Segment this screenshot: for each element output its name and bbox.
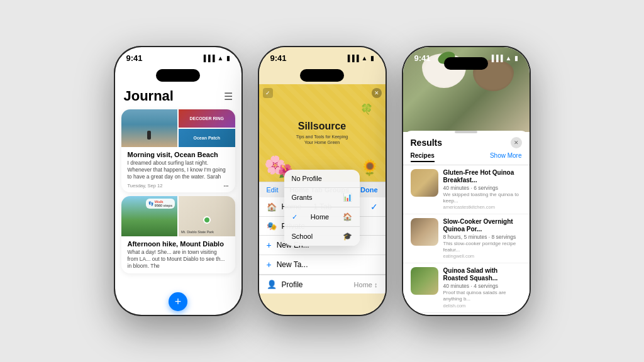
home-tab-check: ✓ — [370, 202, 378, 212]
recipe-thumb-1 — [411, 169, 438, 197]
show-more-link[interactable]: Show More — [490, 152, 522, 162]
journal-card-title-2: Afternoon hike, Mount Diablo — [128, 240, 229, 248]
no-profile-label: No Profile — [292, 175, 322, 182]
results-panel: Results ✕ Recipes Show More Gluten-Free … — [403, 131, 530, 315]
signal-icon-2: ▐▐▐ — [345, 55, 358, 62]
tab-group-new-2[interactable]: + New Ta... — [259, 255, 386, 275]
recipe-source-1: americastestkitchen.com — [443, 204, 522, 210]
journal-menu-icon[interactable]: ☰ — [224, 90, 233, 102]
journal-img-ocean: Ocean Patch — [179, 129, 235, 147]
recipe-thumb-3 — [411, 267, 438, 295]
status-time-2: 9:41 — [270, 53, 287, 63]
journal-card-text-1: I dreamed about surfing last night. When… — [128, 160, 229, 180]
home-dropdown-icon: 🏠 — [343, 212, 352, 221]
recipe-source-2: eatingwell.com — [443, 253, 522, 259]
status-icons-2: ▐▐▐ ▲ ▮ — [345, 55, 374, 62]
results-close-button[interactable]: ✕ — [511, 137, 522, 148]
school-label: School — [292, 233, 313, 240]
grants-label: Grants — [292, 194, 313, 201]
dynamic-island-1 — [156, 69, 200, 82]
phone-safari: 9:41 ▐▐▐ ▲ ▮ ✓ ✕ 🌸 🌺 🌻 🍀 Sillsource Tip — [258, 46, 387, 316]
journal-card-body-1: Morning visit, Ocean Beach I dreamed abo… — [121, 147, 235, 192]
dynamic-island-2 — [300, 69, 344, 82]
profile-value: Home ↕ — [354, 281, 378, 288]
recipe-item-3[interactable]: Quinoa Salad with Roasted Squash... 40 m… — [403, 263, 530, 312]
journal-card-2[interactable]: 👣 Walk 9560 steps Mt. Diablo State Park — [121, 196, 235, 273]
battery-icon-3: ▮ — [514, 55, 518, 62]
recipe-meta-1: 40 minutes · 6 servings — [443, 185, 522, 191]
journal-screen: 9:41 ▐▐▐ ▲ ▮ Journal ☰ — [115, 47, 242, 315]
wifi-icon-2: ▲ — [362, 55, 368, 62]
phone-recipes: 9:41 ▐▐▐ ▲ ▮ Results ✕ — [402, 46, 531, 316]
profile-icon: 👤 — [267, 280, 277, 289]
walk-badge: 👣 Walk 9560 steps — [146, 199, 175, 209]
journal-card-images-2: 👣 Walk 9560 steps Mt. Diablo State Park — [121, 196, 235, 236]
close-icon: ✕ — [514, 140, 519, 146]
battery-icon-2: ▮ — [370, 55, 374, 62]
dropdown-school[interactable]: School 🎓 — [284, 227, 360, 246]
journal-header: Journal ☰ — [115, 84, 242, 107]
recipe-desc-3: Proof that quinoa salads are anything b.… — [443, 290, 522, 302]
safari-book-cover: ✓ ✕ 🌸 🌺 🌻 🍀 Sillsource Tips and Tools fo… — [259, 84, 386, 182]
journal-img-grid: DECODER RING Ocean Patch — [179, 109, 235, 147]
profile-row[interactable]: 👤 Profile Home ↕ — [259, 275, 386, 293]
recipe-source-3: delish.com — [443, 303, 522, 309]
recipe-name-2: Slow-Cooker Overnight Quinoa Por... — [443, 218, 522, 233]
results-header: Results ✕ — [403, 136, 530, 151]
battery-icon: ▮ — [226, 55, 230, 62]
walk-steps: 9560 steps — [155, 204, 172, 207]
recipe-item-1[interactable]: Gluten-Free Hot Quinoa Breakfast... 40 m… — [403, 165, 530, 214]
recipe-name-3: Quinoa Salad with Roasted Squash... — [443, 267, 522, 282]
journal-card-title-1: Morning visit, Ocean Beach — [128, 151, 229, 158]
journal-img-hike: 👣 Walk 9560 steps — [121, 196, 178, 236]
profile-dropdown: No Profile Grants 📊 ✓ Home 🏠 School 🎓 — [284, 170, 360, 246]
journal-card-images-1: DECODER RING Ocean Patch — [121, 109, 235, 147]
status-time-1: 9:41 — [126, 53, 143, 63]
recipe-info-2: Slow-Cooker Overnight Quinoa Por... 8 ho… — [443, 218, 522, 259]
dropdown-no-profile[interactable]: No Profile — [284, 170, 360, 188]
journal-card-body-2: Afternoon hike, Mount Diablo What a day!… — [121, 236, 235, 273]
status-icons-3: ▐▐▐ ▲ ▮ — [489, 55, 518, 62]
dropdown-grants[interactable]: Grants 📊 — [284, 188, 360, 207]
status-time-3: 9:41 — [414, 53, 431, 63]
recipe-item-4[interactable]: 25 Easy Breakfast Recipes Read... — [403, 313, 530, 315]
journal-card-1[interactable]: DECODER RING Ocean Patch Morning visit, … — [121, 109, 235, 192]
dynamic-island-3 — [444, 57, 488, 70]
book-check-icon: ✓ — [263, 88, 273, 98]
book-subtitle: Tips and Tools for KeepingYour Home Gree… — [296, 134, 348, 145]
tab-groups-done-button[interactable]: Done — [360, 186, 378, 194]
recipe-item-2[interactable]: Slow-Cooker Overnight Quinoa Por... 8 ho… — [403, 214, 530, 263]
recipe-meta-3: 40 minutes · 4 servings — [443, 283, 522, 289]
home-tab-icon: 🏠 — [267, 202, 277, 212]
private-tab-icon: 🎭 — [267, 221, 277, 231]
journal-card-date-1: Tuesday, Sep 12 ••• — [128, 183, 229, 189]
recipes-hero: 9:41 ▐▐▐ ▲ ▮ — [403, 47, 530, 132]
flower-decoration-top: 🍀 — [360, 103, 373, 115]
add-entry-fab[interactable]: + — [169, 292, 187, 311]
map-label: Mt. Diablo State Park — [181, 230, 214, 234]
dropdown-home[interactable]: ✓ Home 🏠 — [284, 207, 360, 227]
journal-img-podcast: DECODER RING — [179, 109, 235, 128]
safari-screen: 9:41 ▐▐▐ ▲ ▮ ✓ ✕ 🌸 🌺 🌻 🍀 Sillsource Tip — [259, 47, 386, 315]
new-tab-icon-2: + — [267, 260, 272, 270]
journal-img-beach — [121, 109, 178, 147]
flower-decoration-right: 🌻 — [360, 159, 379, 177]
recipe-name-1: Gluten-Free Hot Quinoa Breakfast... — [443, 169, 522, 184]
profile-label: Profile — [282, 280, 349, 289]
journal-title: Journal — [124, 88, 174, 104]
journal-card-text-2: What a day! She... are in town visiting … — [128, 249, 229, 270]
signal-icon-3: ▐▐▐ — [489, 55, 502, 62]
school-icon: 🎓 — [343, 232, 352, 241]
results-title: Results — [411, 138, 443, 148]
book-title: Sillsource — [298, 121, 346, 132]
recipe-thumb-2 — [411, 218, 438, 246]
status-icons-1: ▐▐▐ ▲ ▮ — [201, 55, 230, 62]
tab-recipes[interactable]: Recipes — [411, 152, 435, 162]
results-drag-handle — [455, 131, 477, 133]
book-close-icon[interactable]: ✕ — [372, 88, 382, 98]
recipe-info-3: Quinoa Salad with Roasted Squash... 40 m… — [443, 267, 522, 308]
tab-groups-edit-button[interactable]: Edit — [267, 186, 279, 194]
grants-icon: 📊 — [343, 193, 352, 202]
new-tab-icon-1: + — [267, 240, 272, 250]
recipe-meta-2: 8 hours, 5 minutes · 8 servings — [443, 234, 522, 240]
